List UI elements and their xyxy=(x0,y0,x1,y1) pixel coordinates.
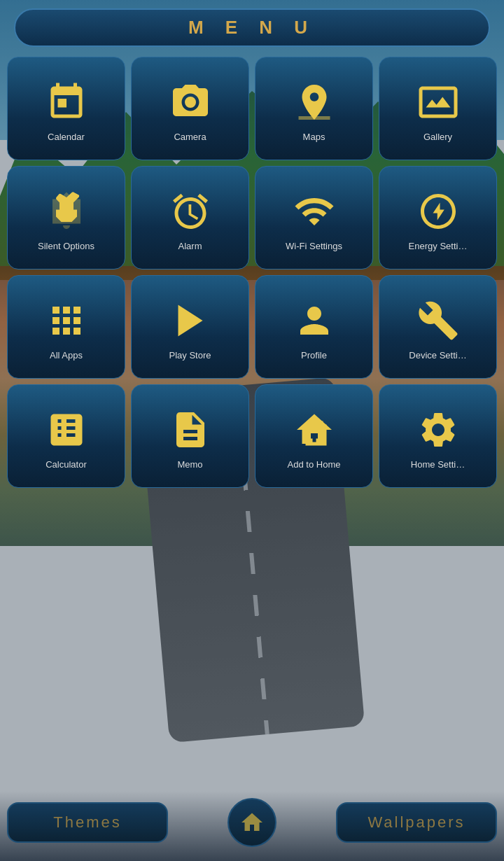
app-item-play-store[interactable]: Play Store xyxy=(131,275,249,379)
memo-label: Memo xyxy=(177,459,202,470)
app-item-add-to-home[interactable]: Add to Home xyxy=(255,384,373,488)
app-item-all-apps[interactable]: All Apps xyxy=(7,275,125,379)
app-item-profile[interactable]: Profile xyxy=(255,275,373,379)
app-item-memo[interactable]: Memo xyxy=(131,384,249,488)
calendar-icon xyxy=(43,78,90,126)
add-to-home-label: Add to Home xyxy=(288,459,341,470)
menu-header: M E N U xyxy=(14,8,490,47)
app-item-maps[interactable]: Maps xyxy=(255,57,373,160)
wifi-settings-icon xyxy=(290,188,338,235)
profile-icon xyxy=(290,297,338,344)
app-item-energy-settings[interactable]: Energy Setti… xyxy=(379,166,497,270)
maps-label: Maps xyxy=(303,132,326,142)
profile-label: Profile xyxy=(301,350,327,360)
device-settings-icon xyxy=(414,297,462,344)
menu-title: M E N U xyxy=(188,17,316,38)
all-apps-label: All Apps xyxy=(50,350,83,360)
home-settings-label: Home Setti… xyxy=(411,459,465,470)
alarm-label: Alarm xyxy=(178,241,202,251)
memo-icon xyxy=(167,406,214,454)
alarm-icon xyxy=(167,188,214,235)
app-item-gallery[interactable]: Gallery xyxy=(379,57,497,160)
home-settings-icon xyxy=(414,406,462,454)
app-item-wifi-settings[interactable]: Wi-Fi Settings xyxy=(255,166,373,270)
wifi-settings-label: Wi-Fi Settings xyxy=(286,241,342,251)
camera-icon xyxy=(167,78,214,126)
play-store-icon xyxy=(167,297,214,344)
app-item-calendar[interactable]: Calendar xyxy=(7,57,125,160)
silent-options-icon xyxy=(43,188,90,235)
app-item-home-settings[interactable]: Home Setti… xyxy=(379,384,497,488)
app-item-alarm[interactable]: Alarm xyxy=(131,166,249,270)
app-item-device-settings[interactable]: Device Setti… xyxy=(379,275,497,379)
device-settings-label: Device Setti… xyxy=(409,350,466,360)
gallery-icon xyxy=(414,78,462,126)
camera-label: Camera xyxy=(174,132,206,142)
add-to-home-icon xyxy=(290,406,338,454)
app-item-camera[interactable]: Camera xyxy=(131,57,249,160)
all-apps-icon xyxy=(43,297,90,344)
gallery-label: Gallery xyxy=(424,132,452,142)
calendar-label: Calendar xyxy=(48,132,85,142)
play-store-label: Play Store xyxy=(169,350,211,360)
energy-settings-icon xyxy=(414,188,462,235)
app-item-silent-options[interactable]: Silent Options xyxy=(7,166,125,270)
calculator-label: Calculator xyxy=(46,459,87,470)
silent-options-label: Silent Options xyxy=(38,241,94,251)
main-content: M E N U CalendarCameraMapsGallerySilent … xyxy=(0,0,504,861)
apps-grid: CalendarCameraMapsGallerySilent OptionsA… xyxy=(7,57,497,488)
app-item-calculator[interactable]: Calculator xyxy=(7,384,125,488)
maps-icon xyxy=(290,78,338,126)
calculator-icon xyxy=(43,406,90,454)
energy-settings-label: Energy Setti… xyxy=(409,241,468,251)
